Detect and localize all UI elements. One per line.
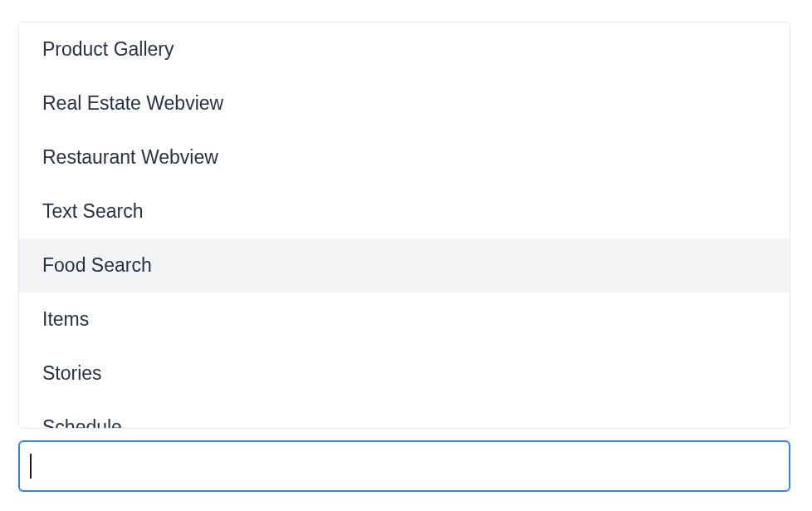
dropdown-panel: Product Gallery Real Estate Webview Rest… xyxy=(18,22,790,429)
dropdown-item-schedule[interactable]: Schedule xyxy=(19,400,790,429)
dropdown-item-label: Stories xyxy=(42,362,102,385)
dropdown-item-label: Real Estate Webview xyxy=(42,92,223,115)
dropdown-item-label: Product Gallery xyxy=(42,38,174,61)
dropdown-item-label: Schedule xyxy=(42,416,122,429)
dropdown-item-real-estate-webview[interactable]: Real Estate Webview xyxy=(19,76,790,130)
dropdown-item-food-search[interactable]: Food Search xyxy=(19,238,790,292)
dropdown-item-label: Food Search xyxy=(42,254,152,277)
dropdown-list: Product Gallery Real Estate Webview Rest… xyxy=(19,22,790,429)
dropdown-item-label: Text Search xyxy=(42,200,143,223)
dropdown-item-label: Restaurant Webview xyxy=(42,146,218,169)
dropdown-item-restaurant-webview[interactable]: Restaurant Webview xyxy=(19,130,790,184)
dropdown-item-product-gallery[interactable]: Product Gallery xyxy=(19,22,790,76)
dropdown-item-label: Items xyxy=(42,308,89,331)
dropdown-item-stories[interactable]: Stories xyxy=(19,346,790,400)
search-input[interactable] xyxy=(32,442,781,490)
dropdown-item-text-search[interactable]: Text Search xyxy=(19,184,790,238)
dropdown-item-items[interactable]: Items xyxy=(19,292,790,346)
search-input-container[interactable] xyxy=(18,440,790,492)
